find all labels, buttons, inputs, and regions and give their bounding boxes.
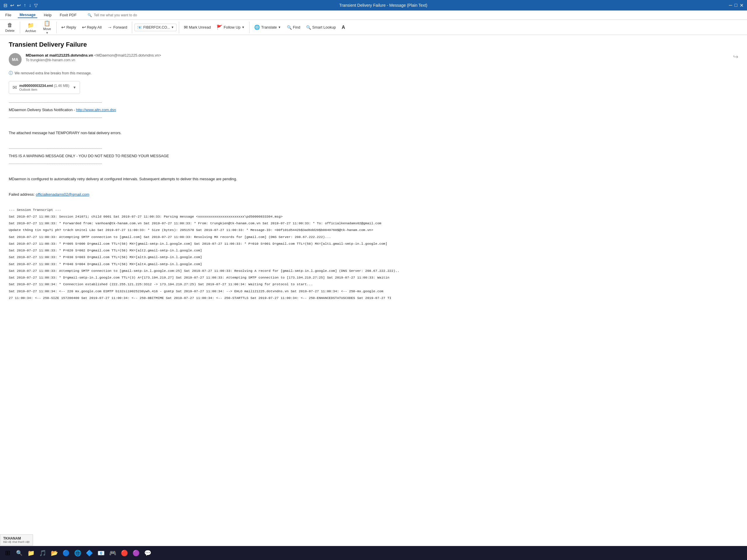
save-icon[interactable]: ⊟ (3, 3, 7, 8)
attach-dropdown-arrow[interactable]: ▼ (73, 85, 76, 89)
fiberfox-icon: 📧 (137, 25, 142, 30)
email-header: MA MDaemon at mail121225.dotvndns.vn <MD… (9, 53, 738, 66)
follow-up-button[interactable]: 🚩 Follow Up ▼ (214, 23, 247, 31)
menu-help[interactable]: Help (42, 12, 53, 18)
menu-file[interactable]: File (3, 12, 13, 18)
down-icon[interactable]: ↓ (29, 3, 31, 8)
attach-type: Outlook item (19, 88, 69, 91)
menu-message[interactable]: Message (18, 12, 37, 18)
find-icon: 🔍 (287, 25, 292, 30)
forward-icon: → (107, 25, 112, 30)
dsn-link[interactable]: http://www.altn.com.dsn (76, 108, 116, 112)
files-button[interactable]: 📂 (49, 548, 59, 558)
smart-lookup-button[interactable]: 🔍 Smart Lookup (304, 24, 338, 31)
dropdown-icon[interactable]: ▽ (34, 3, 37, 8)
reply-button[interactable]: ↩ Reply (59, 23, 78, 31)
forward-button[interactable]: → Forward (105, 24, 130, 31)
up-icon[interactable]: ↑ (24, 3, 26, 8)
smart-lookup-icon: 🔍 (306, 25, 311, 30)
log-line-12: 27 11:00:34: <-- 250-SIZE 157286400 Sat … (9, 295, 738, 300)
title-bar: ⊟ ↩ ↩ ↑ ↓ ▽ Transient Delivery Failure -… (0, 0, 747, 10)
outlook-button[interactable]: 📧 (96, 548, 106, 558)
session-header: --- Session Transcript --- (9, 207, 738, 212)
reply-icon: ↩ (61, 25, 65, 30)
redo-icon[interactable]: ↩ (17, 3, 21, 8)
tell-me-input[interactable] (94, 13, 152, 17)
media-button[interactable]: 🎵 (37, 548, 48, 558)
viber-button[interactable]: 🟣 (131, 548, 141, 558)
log-line-10: Sat 2019-07-27 11:00:34: * Connection es… (9, 282, 738, 287)
log-line-7: Sat 2019-07-27 11:00:33: * P=040 S=004 D… (9, 262, 738, 267)
session-log: --- Session Transcript --- Sat 2019-07-2… (9, 207, 738, 301)
move-dropdown-arrow: ▼ (46, 31, 49, 34)
move-icon: 📋 (44, 20, 50, 27)
attach-icon: ✉ (12, 84, 17, 91)
translate-icon: 🌐 (254, 25, 260, 30)
failed-address-line: Failed address: officialkenadams02@gmail… (9, 192, 738, 198)
game-button[interactable]: 🎮 (107, 548, 118, 558)
separator-1 (20, 22, 20, 33)
whatsapp-button[interactable]: 💬 (143, 548, 153, 558)
company-name: TKHANAM (3, 536, 30, 540)
undo-icon[interactable]: ↩ (10, 3, 14, 8)
a-button[interactable]: A (339, 24, 347, 31)
fiberfox-dropdown-arrow: ▼ (171, 26, 174, 29)
log-line-6: Sat 2019-07-27 11:00:33: * P=030 S=003 D… (9, 255, 738, 260)
search-icon: 🔍 (87, 13, 92, 17)
divider-4: ----------------------------------------… (9, 161, 738, 166)
menu-bar: File Message Help Foxit PDF 🔍 (0, 10, 747, 20)
divider-3: ----------------------------------------… (9, 146, 738, 151)
separator-5 (249, 22, 250, 33)
zoho-button[interactable]: 🔴 (119, 548, 130, 558)
email-subject: Transient Delivery Failure (9, 41, 738, 48)
start-button[interactable]: ⊞ (2, 548, 13, 558)
info-banner: ⓘ We removed extra line breaks from this… (9, 70, 738, 77)
follow-up-icon: 🚩 (216, 25, 222, 30)
file-explorer-button[interactable]: 📁 (26, 548, 36, 558)
delete-button[interactable]: 🗑 Delete (2, 21, 18, 33)
attachment-box[interactable]: ✉ md90000003234.eml (1.46 MB) Outlook it… (9, 81, 80, 94)
divider-2: ----------------------------------------… (9, 115, 738, 121)
menu-foxit[interactable]: Foxit PDF (58, 12, 78, 18)
separator-2 (56, 22, 57, 33)
reply-all-icon: ↩ (82, 25, 86, 30)
log-line-5: Sat 2019-07-27 11:00:33: * P=020 S=002 D… (9, 248, 738, 253)
followup-dropdown-arrow: ▼ (241, 26, 244, 29)
mark-unread-button[interactable]: ✉ Mark Unread (181, 23, 213, 31)
attach-info: md90000003234.eml (1.46 MB) Outlook item (19, 84, 69, 91)
body-line-3: THIS IS A WARNING MESSAGE ONLY - YOU DO … (9, 153, 738, 159)
archive-icon: 📁 (27, 22, 34, 29)
chrome-button[interactable]: 🌐 (72, 548, 83, 558)
find-button[interactable]: 🔍 Find (284, 24, 303, 31)
translate-button[interactable]: 🌐 Translate ▼ (252, 23, 283, 31)
log-line-2: Update thông tin ngu?i ph? trách Unitel … (9, 228, 738, 233)
log-line-4: Sat 2019-07-27 11:00:33: * P=005 S=000 D… (9, 241, 738, 246)
email-to: To trungkien@tk-hanam.com.vn (26, 58, 729, 62)
email-from: MDaemon at mail121225.dotvndns.vn <MDaem… (26, 53, 729, 57)
mark-unread-icon: ✉ (184, 25, 188, 30)
close-button[interactable]: ✕ (740, 3, 744, 8)
skype-button[interactable]: 🔵 (61, 548, 71, 558)
body-line-4: MDaemon is configured to automatically r… (9, 176, 738, 182)
tell-me-bar: 🔍 (87, 13, 152, 17)
log-line-0: Sat 2019-07-27 11:00:33: Session 241071;… (9, 214, 738, 219)
delete-icon: 🗑 (7, 22, 12, 28)
company-subtitle: Bất dộ nhat thanh việt (3, 540, 30, 543)
email-content: Transient Delivery Failure MA MDaemon at… (0, 35, 747, 560)
reply-arrow-icon[interactable]: ↪ (733, 53, 738, 61)
fiberfox-button[interactable]: 📧 FIBERFOX.CO... ▼ (134, 24, 177, 31)
notification-line: MDaemon Delivery Status Notification - h… (9, 107, 738, 113)
log-line-9: Sat 2019-07-27 11:00:33: * D=gmail-smtp-… (9, 275, 738, 280)
reply-all-button[interactable]: ↩ Reply All (80, 23, 104, 31)
window-controls: ─ □ ✕ (729, 3, 744, 8)
archive-button[interactable]: 📁 Archive (23, 21, 39, 34)
minimize-button[interactable]: ─ (729, 3, 732, 8)
log-line-1: Sat 2019-07-27 11:00:33: * Forwarded fro… (9, 221, 738, 226)
failed-address-link[interactable]: officialkenadams02@gmail.com (36, 192, 89, 196)
search-taskbar-button[interactable]: 🔍 (14, 548, 25, 558)
email-meta: MDaemon at mail121225.dotvndns.vn <MDaem… (26, 53, 729, 62)
move-button[interactable]: 📋 Move ▼ (40, 19, 54, 35)
body-line-2: The attached message had TEMPORARY non-f… (9, 130, 738, 136)
maximize-button[interactable]: □ (735, 3, 737, 8)
edge-button[interactable]: 🔷 (84, 548, 95, 558)
